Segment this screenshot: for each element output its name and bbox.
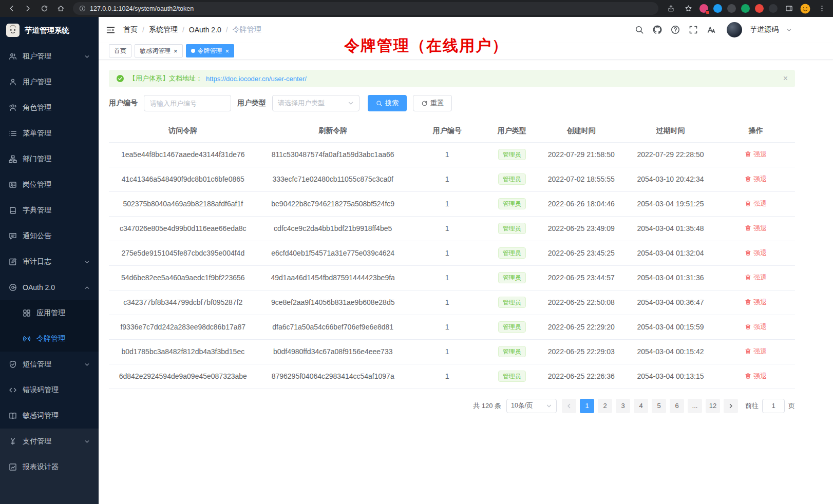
extension-green[interactable] xyxy=(741,4,750,13)
delete-icon xyxy=(745,299,751,305)
users-icon xyxy=(9,52,17,61)
sidebar-item-error-code[interactable]: 错误码管理 xyxy=(0,377,99,403)
breadcrumb-item[interactable]: OAuth 2.0 xyxy=(189,26,221,34)
table-row: b0d1785bc3a8482f812db4a3f3bd15ecb0df4980… xyxy=(109,339,795,364)
force-logout-button[interactable]: 强退 xyxy=(745,224,767,233)
breadcrumb-item[interactable]: 系统管理 xyxy=(149,25,178,34)
github-icon[interactable] xyxy=(653,25,662,34)
page-size-select[interactable]: 10条/页 xyxy=(506,399,557,413)
sidebar-item-tenant[interactable]: 租户管理 xyxy=(0,44,99,69)
user-type-badge: 管理员 xyxy=(498,272,526,283)
sidebar-item-role[interactable]: 角色管理 xyxy=(0,95,99,121)
address-bar[interactable]: 127.0.0.1:1024/system/oauth2/token xyxy=(73,2,658,15)
site-info-icon[interactable] xyxy=(79,5,86,12)
pagination-next[interactable] xyxy=(724,399,738,413)
font-size-icon[interactable] xyxy=(707,25,716,34)
kebab-menu-icon[interactable] xyxy=(816,3,828,15)
sidebar-item-notice[interactable]: 通知公告 xyxy=(0,223,99,249)
token-table: 访问令牌刷新令牌用户编号用户类型创建时间过期时间操作 1ea5e44f8bc14… xyxy=(109,120,795,389)
pagination-more[interactable]: ... xyxy=(688,399,702,413)
sidebar-item-audit-log[interactable]: 审计日志 xyxy=(0,249,99,275)
force-logout-button[interactable]: 强退 xyxy=(745,199,767,208)
app-logo-row[interactable]: 芋道管理系统 xyxy=(0,17,99,44)
sidebar-item-report-designer[interactable]: 报表设计器 xyxy=(0,454,99,480)
close-icon[interactable]: × xyxy=(783,74,788,83)
pagination-page-5[interactable]: 5 xyxy=(652,399,666,413)
pagination-page-2[interactable]: 2 xyxy=(598,399,612,413)
pagination-page-1[interactable]: 1 xyxy=(580,399,594,413)
sidebar-item-dict[interactable]: 字典管理 xyxy=(0,198,99,223)
goto-page-input[interactable] xyxy=(762,399,785,413)
sidebar-item-dept[interactable]: 部门管理 xyxy=(0,146,99,172)
share-icon[interactable] xyxy=(665,3,677,15)
search-button[interactable]: 搜索 xyxy=(368,95,407,111)
pagination-prev[interactable] xyxy=(562,399,576,413)
tag-label: 首页 xyxy=(114,47,126,55)
sidebar-item-menu[interactable]: 菜单管理 xyxy=(0,121,99,146)
pagination-page-12[interactable]: 12 xyxy=(706,399,720,413)
force-logout-button[interactable]: 强退 xyxy=(745,175,767,184)
pagination-page-4[interactable]: 4 xyxy=(634,399,648,413)
force-logout-label: 强退 xyxy=(753,273,767,282)
user-type-select[interactable]: 请选择用户类型 xyxy=(272,95,359,111)
cell-user-type: 管理员 xyxy=(485,216,538,241)
extension-dark-2[interactable] xyxy=(769,4,778,13)
breadcrumb-separator: / xyxy=(142,26,144,34)
extension-red[interactable] xyxy=(755,4,764,13)
close-icon[interactable]: × xyxy=(225,48,230,54)
signal-icon xyxy=(23,335,31,343)
sidebar-item-user[interactable]: 用户管理 xyxy=(0,69,99,95)
force-logout-button[interactable]: 强退 xyxy=(745,273,767,282)
user-avatar[interactable] xyxy=(727,22,742,37)
force-logout-button[interactable]: 强退 xyxy=(745,298,767,307)
caret-down-icon[interactable] xyxy=(786,27,792,33)
forward-icon[interactable] xyxy=(22,3,34,15)
back-icon[interactable] xyxy=(5,3,17,15)
username[interactable]: 芋道源码 xyxy=(750,25,779,34)
search-icon[interactable] xyxy=(635,25,644,34)
close-icon[interactable]: × xyxy=(174,48,178,54)
tags-view-tab[interactable]: 首页 xyxy=(109,44,131,57)
cell-create-time: 2022-06-25 22:29:03 xyxy=(538,339,624,364)
extension-blue[interactable] xyxy=(713,4,722,13)
delete-icon xyxy=(745,323,751,330)
question-icon[interactable] xyxy=(671,25,680,34)
app-logo-icon xyxy=(6,24,20,37)
sidebar-item-oauth2-token[interactable]: 令牌管理 xyxy=(0,326,99,352)
user-type-badge: 管理员 xyxy=(498,321,526,333)
profile-avatar-icon[interactable] xyxy=(800,4,810,14)
fullscreen-icon[interactable] xyxy=(689,25,698,34)
extension-pink[interactable] xyxy=(699,4,708,13)
force-logout-button[interactable]: 强退 xyxy=(745,150,767,159)
sidebar-item-pay[interactable]: 支付管理 xyxy=(0,429,99,454)
pagination-page-6[interactable]: 6 xyxy=(670,399,684,413)
cell-create-time: 2022-06-25 23:44:57 xyxy=(538,265,624,290)
force-logout-button[interactable]: 强退 xyxy=(745,347,767,356)
extension-dark-1[interactable] xyxy=(727,4,736,13)
force-logout-button[interactable]: 强退 xyxy=(745,322,767,332)
force-logout-button[interactable]: 强退 xyxy=(745,248,767,258)
cell-actions: 强退 xyxy=(717,167,795,191)
reset-button[interactable]: 重置 xyxy=(413,95,452,111)
home-icon[interactable] xyxy=(54,3,67,15)
alert-doc-link[interactable]: https://doc.iocoder.cn/user-center/ xyxy=(206,75,307,83)
pagination-page-3[interactable]: 3 xyxy=(616,399,630,413)
user-id-input[interactable] xyxy=(144,95,231,111)
breadcrumb-item[interactable]: 首页 xyxy=(123,25,138,34)
sidebar-item-sms[interactable]: 短信管理 xyxy=(0,352,99,377)
star-icon[interactable] xyxy=(682,3,694,15)
force-logout-button[interactable]: 强退 xyxy=(745,372,767,381)
cell-create-time: 2022-06-25 23:49:09 xyxy=(538,216,624,241)
side-panel-icon[interactable] xyxy=(783,3,795,15)
tags-view-tab[interactable]: 令牌管理× xyxy=(186,44,235,57)
sidebar-item-oauth2[interactable]: OAuth 2.0 xyxy=(0,275,99,300)
cell-user-type: 管理员 xyxy=(485,315,538,339)
sidebar-item-oauth2-app[interactable]: 应用管理 xyxy=(0,300,99,326)
sidebar-item-sensitive-word[interactable]: 敏感词管理 xyxy=(0,403,99,429)
book-icon xyxy=(9,206,17,215)
hamburger-icon[interactable] xyxy=(106,25,116,35)
sidebar-item-post[interactable]: 岗位管理 xyxy=(0,172,99,198)
tags-view-tab[interactable]: 敏感词管理× xyxy=(135,44,183,57)
cell-actions: 强退 xyxy=(717,290,795,315)
reload-icon[interactable] xyxy=(38,3,50,15)
